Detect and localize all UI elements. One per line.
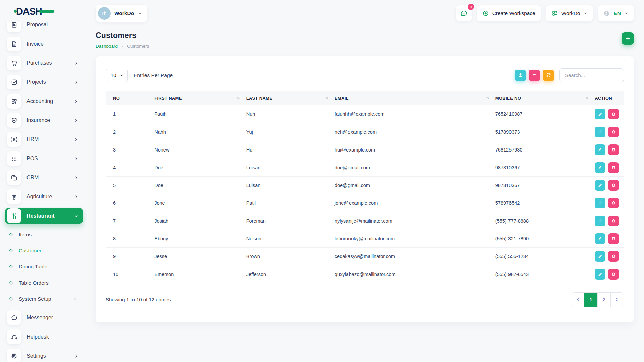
column-header-mobile-no[interactable]: MOBILE NO xyxy=(495,90,595,105)
edit-button[interactable] xyxy=(595,269,605,280)
sort-icon xyxy=(325,96,329,100)
entries-per-page-select[interactable]: 10 xyxy=(106,69,128,82)
sidebar-item-accounting[interactable]: Accounting xyxy=(5,93,83,109)
table-row: 7 Josiah Foreman nylysanije@mailinator.c… xyxy=(106,212,624,230)
delete-button[interactable] xyxy=(608,251,619,262)
delete-button[interactable] xyxy=(608,198,619,208)
breadcrumb: Dashboard Customers xyxy=(96,44,149,49)
sidebar-item-settings[interactable]: Settings xyxy=(5,348,83,362)
topbar-actions: 0 Create Workspace WorkDo EN xyxy=(456,5,634,21)
language-button[interactable]: EN xyxy=(598,5,634,21)
create-workspace-button[interactable]: Create Workspace xyxy=(477,5,541,21)
delete-button[interactable] xyxy=(608,162,619,173)
edit-button[interactable] xyxy=(595,127,605,137)
edit-button[interactable] xyxy=(595,233,605,244)
sidebar-item-agriculture[interactable]: Agriculture xyxy=(5,189,83,205)
sidebar-item-insurance[interactable]: Insurance xyxy=(5,112,83,128)
cell-mobile: 987310367 xyxy=(495,183,520,188)
notification-badge: 0 xyxy=(468,4,474,10)
table-body: 1 Fauih Nuh faiuhhh@example.com 76524109… xyxy=(106,105,624,283)
entries-per-page-label: Entries Per Page xyxy=(133,72,173,78)
add-customer-button[interactable] xyxy=(622,32,634,45)
edit-button[interactable] xyxy=(595,251,605,262)
grid-plus-icon xyxy=(551,10,558,17)
table-row: 10 Emerson Jefferson quxylahazo@mailinat… xyxy=(106,265,624,283)
sidebar-item-hrm[interactable]: HRM xyxy=(5,131,83,147)
table-row: 3 Nonew Hui hui@example.com 7681257930 xyxy=(106,141,624,159)
sidebar-item-customer[interactable]: Customer xyxy=(9,243,83,258)
column-header-email[interactable]: EMAIL xyxy=(335,90,495,105)
workspace-avatar xyxy=(98,7,111,20)
chevron-left-icon xyxy=(576,297,580,302)
svg-text:DASH: DASH xyxy=(16,6,42,17)
sidebar-item-proposal[interactable]: Proposal xyxy=(5,22,83,33)
sidebar-item-table-orders[interactable]: Table Orders xyxy=(9,275,83,291)
delete-button[interactable] xyxy=(608,109,619,119)
showing-entries-text: Showing 1 to 10 of 12 entries xyxy=(106,297,171,302)
sidebar-item-crm[interactable]: CRM xyxy=(5,170,83,186)
delete-button[interactable] xyxy=(608,144,619,155)
messenger-icon xyxy=(11,314,18,321)
trash-icon xyxy=(611,218,616,223)
edit-button[interactable] xyxy=(595,109,605,119)
chevron-right-icon xyxy=(615,297,620,302)
trash-icon xyxy=(611,165,616,170)
edit-button[interactable] xyxy=(595,162,605,173)
search-input[interactable] xyxy=(559,68,624,82)
edit-button[interactable] xyxy=(595,180,605,191)
sidebar-item-restaurant[interactable]: Restaurant xyxy=(5,208,83,224)
refresh-button[interactable] xyxy=(543,70,554,81)
sidebar-item-items[interactable]: Items xyxy=(9,227,83,242)
edit-button[interactable] xyxy=(595,216,605,226)
sidebar-item-invoice[interactable]: Invoice xyxy=(5,36,83,52)
delete-button[interactable] xyxy=(608,180,619,191)
cell-email: loboronoky@mailinator.com xyxy=(335,236,395,241)
column-header-first-name[interactable]: FIRST NAME xyxy=(154,90,246,105)
sidebar-item-dining-table[interactable]: Dining Table xyxy=(9,259,83,275)
edit-button[interactable] xyxy=(595,198,605,208)
breadcrumb-link-dashboard[interactable]: Dashboard xyxy=(96,44,118,49)
edit-button[interactable] xyxy=(595,144,605,155)
cell-no: 8 xyxy=(113,236,116,241)
delete-button[interactable] xyxy=(608,127,619,137)
sidebar-item-pos[interactable]: POS xyxy=(5,150,83,167)
sidebar-item-helpdesk[interactable]: Helpdesk xyxy=(5,329,83,345)
purchases-icon xyxy=(11,60,18,67)
sidebar-item-projects[interactable]: Projects xyxy=(5,74,83,90)
pagination-next-button[interactable] xyxy=(610,293,624,307)
delete-button[interactable] xyxy=(608,233,619,244)
trash-icon xyxy=(611,147,616,152)
column-header-last-name[interactable]: LAST NAME xyxy=(246,90,335,105)
workdo-menu-label: WorkDo xyxy=(561,10,580,16)
delete-button[interactable] xyxy=(608,269,619,280)
table-row: 2 Nahh Yuj neh@example.com 517890373 xyxy=(106,123,624,141)
sidebar-item-purchases[interactable]: Purchases xyxy=(5,55,83,71)
sidebar: DASH Proposal Invoice Purchases Projects… xyxy=(0,0,87,362)
sidebar-item-messenger[interactable]: Messenger xyxy=(5,310,83,326)
table-row: 4 Doe Luisan doe@gmail.com 987310367 xyxy=(106,159,624,176)
pagination-prev-button[interactable] xyxy=(571,293,584,307)
agriculture-icon xyxy=(11,193,18,200)
cell-last-name: Luisan xyxy=(246,165,261,170)
page-button-2[interactable]: 2 xyxy=(597,293,610,307)
cell-first-name: Doe xyxy=(154,183,163,188)
delete-button[interactable] xyxy=(608,216,619,226)
chevron-right-icon xyxy=(74,137,78,142)
workdo-menu-button[interactable]: WorkDo xyxy=(546,5,593,21)
workspace-switcher[interactable]: WorkDo xyxy=(96,5,147,22)
table-header-row: NOFIRST NAMELAST NAMEEMAILMOBILE NOACTIO… xyxy=(106,90,624,105)
page-button-1[interactable]: 1 xyxy=(584,293,597,307)
cell-email: nylysanije@mailinator.com xyxy=(335,218,392,224)
cell-mobile: (555) 321-7890 xyxy=(495,236,529,241)
sort-icon xyxy=(236,96,241,100)
sidebar-item-system-setup[interactable]: System Setup xyxy=(9,291,83,307)
column-header-no: NO xyxy=(106,90,154,105)
cell-mobile: (555) 555-1234 xyxy=(495,254,529,259)
cell-last-name: Brown xyxy=(246,254,260,259)
cell-mobile: 578976542 xyxy=(495,200,520,206)
undo-button[interactable] xyxy=(529,70,540,81)
cell-last-name: Jefferson xyxy=(246,272,266,277)
export-button[interactable] xyxy=(515,70,526,81)
entries-per-page-value: 10 xyxy=(111,72,116,78)
chat-button[interactable]: 0 xyxy=(456,5,472,21)
